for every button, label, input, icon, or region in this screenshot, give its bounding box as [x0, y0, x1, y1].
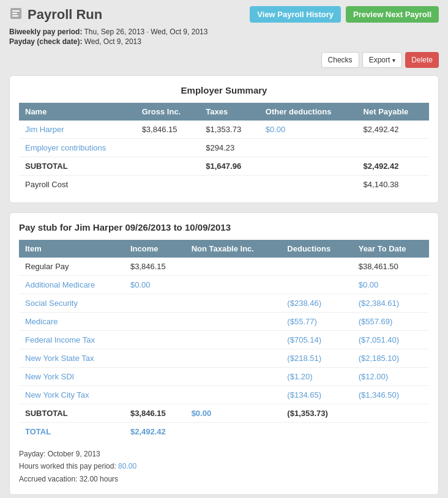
table-row: Jim Harper $3,846.15 $1,353.73 $0.00 $2,… [19, 121, 429, 139]
footer-payday-label: Payday: [19, 450, 45, 458]
ded-medicare: ($55.77) [281, 313, 352, 331]
payroll-icon [9, 7, 23, 22]
pay-period-info: Biweekly pay period: Thu, Sep 26, 2013 ·… [9, 28, 439, 46]
payday-value: Wed, Oct 9, 2013 [84, 37, 141, 46]
ps-col-deductions: Deductions [281, 240, 352, 258]
employee-taxes: $1,353.73 [200, 121, 259, 139]
table-row: New York State Tax ($218.51) ($2,185.10) [19, 349, 429, 368]
item-additional-medicare: Additional Medicare [19, 276, 124, 294]
item-regular-pay: Regular Pay [19, 258, 124, 276]
paystub-footer: Payday: October 9, 2013 Hours worked thi… [19, 448, 429, 485]
ytd-ny-city-tax: ($1,346.50) [353, 386, 429, 404]
col-taxes: Taxes [200, 103, 259, 121]
ytd-medicare: ($557.69) [353, 313, 429, 331]
footer-vacation-value: 32.00 hours [80, 475, 118, 483]
subtotal-row: SUBTOTAL $1,647.96 $2,492.42 [19, 157, 429, 176]
delete-button-top[interactable]: Delete [405, 52, 439, 68]
col-other-deductions: Other deductions [259, 103, 357, 121]
paystub-subtotal-label: SUBTOTAL [19, 404, 124, 423]
paystub-total-label: TOTAL [19, 423, 124, 441]
employee-name[interactable]: Jim Harper [19, 121, 136, 139]
col-gross-inc: Gross Inc. [136, 103, 200, 121]
item-social-security: Social Security [19, 294, 124, 313]
ytd-ny-state-tax: ($2,185.10) [353, 349, 429, 368]
footer-vacation-label: Accrued vacation: [19, 475, 77, 483]
table-row: Additional Medicare $0.00 $0.00 [19, 276, 429, 294]
paystub-subtotal-deductions: ($1,353.73) [281, 404, 352, 423]
ytd-federal-income-tax: ($7,051.40) [353, 331, 429, 349]
ps-col-item: Item [19, 240, 124, 258]
employer-contributions-taxes: $294.23 [200, 139, 259, 157]
ps-col-ytd: Year To Date [353, 240, 429, 258]
ded-ny-sdi: ($1.20) [281, 368, 352, 386]
item-medicare: Medicare [19, 313, 124, 331]
top-action-buttons: View Payroll History Preview Next Payrol… [250, 6, 439, 23]
employer-contributions-label[interactable]: Employer contributions [19, 139, 136, 157]
payroll-cost-label: Payroll Cost [19, 176, 136, 194]
ytd-additional-medicare: $0.00 [353, 276, 429, 294]
subtotal-net: $2,492.42 [357, 157, 429, 176]
paystub-subtotal-income: $3,846.15 [124, 404, 185, 423]
ps-col-non-taxable: Non Taxable Inc. [185, 240, 282, 258]
item-ny-city-tax: New York City Tax [19, 386, 124, 404]
pay-stub-table: Item Income Non Taxable Inc. Deductions … [19, 240, 429, 440]
paystub-title: Pay stub for Jim Harper 09/26/2013 to 10… [19, 222, 429, 232]
employee-other-ded: $0.00 [259, 121, 357, 139]
income-additional-medicare: $0.00 [124, 276, 185, 294]
employer-contributions-row: Employer contributions $294.23 [19, 139, 429, 157]
view-payroll-history-button[interactable]: View Payroll History [250, 6, 341, 23]
paystub-subtotal-non-taxable: $0.00 [185, 404, 282, 423]
page-title: Payroll Run [28, 7, 102, 23]
item-federal-income-tax: Federal Income Tax [19, 331, 124, 349]
table-row: Regular Pay $3,846.15 $38,461.50 [19, 258, 429, 276]
export-button-top[interactable]: Export ▾ [362, 52, 403, 68]
employer-summary-title: Employer Summary [19, 85, 429, 95]
ded-ny-city-tax: ($134.65) [281, 386, 352, 404]
footer-hours-label: Hours worked this pay period: [19, 462, 116, 470]
item-ny-state-tax: New York State Tax [19, 349, 124, 368]
svg-rect-2 [12, 13, 17, 14]
chevron-down-icon: ▾ [392, 57, 395, 64]
ps-col-income: Income [124, 240, 185, 258]
col-name: Name [19, 103, 136, 121]
pay-period-label: Biweekly pay period: [9, 28, 82, 36]
svg-rect-1 [12, 10, 20, 12]
pay-period-value: Thu, Sep 26, 2013 · Wed, Oct 9, 2013 [84, 28, 208, 36]
col-net-payable: Net Payable [357, 103, 429, 121]
subtotal-row2: SUBTOTAL $3,846.15 $0.00 ($1,353.73) [19, 404, 429, 423]
payroll-cost-row: Payroll Cost $4,140.38 [19, 176, 429, 194]
pay-stub-card: Pay stub for Jim Harper 09/26/2013 to 10… [9, 212, 439, 495]
top-toolbar: Checks Export ▾ Delete [9, 52, 439, 68]
table-row: Federal Income Tax ($705.14) ($7,051.40) [19, 331, 429, 349]
ytd-social-security: ($2,384.61) [353, 294, 429, 313]
ded-ny-state-tax: ($218.51) [281, 349, 352, 368]
item-ny-sdi: New York SDI [19, 368, 124, 386]
ded-social-security: ($238.46) [281, 294, 352, 313]
checks-button-top[interactable]: Checks [321, 52, 359, 68]
employee-net: $2,492.42 [357, 121, 429, 139]
total-row: TOTAL $2,492.42 [19, 423, 429, 441]
footer-hours-value: 80.00 [118, 462, 136, 470]
svg-rect-3 [12, 15, 18, 17]
payroll-cost-value: $4,140.38 [357, 176, 429, 194]
subtotal-label: SUBTOTAL [19, 157, 136, 176]
ytd-regular-pay: $38,461.50 [353, 258, 429, 276]
payday-label: Payday (check date): [9, 37, 82, 46]
ded-federal-income-tax: ($705.14) [281, 331, 352, 349]
table-row: New York SDI ($1.20) ($12.00) [19, 368, 429, 386]
table-row: Medicare ($55.77) ($557.69) [19, 313, 429, 331]
employee-gross: $3,846.15 [136, 121, 200, 139]
footer-payday-value: October 9, 2013 [48, 450, 100, 458]
subtotal-taxes: $1,647.96 [200, 157, 259, 176]
table-row: New York City Tax ($134.65) ($1,346.50) [19, 386, 429, 404]
paystub-total-income: $2,492.42 [124, 423, 185, 441]
preview-next-payroll-button[interactable]: Preview Next Payroll [346, 6, 439, 23]
employer-summary-card: Employer Summary Name Gross Inc. Taxes O… [9, 75, 439, 203]
employer-summary-table: Name Gross Inc. Taxes Other deductions N… [19, 103, 429, 193]
ytd-ny-sdi: ($12.00) [353, 368, 429, 386]
income-regular-pay: $3,846.15 [124, 258, 185, 276]
table-row: Social Security ($238.46) ($2,384.61) [19, 294, 429, 313]
